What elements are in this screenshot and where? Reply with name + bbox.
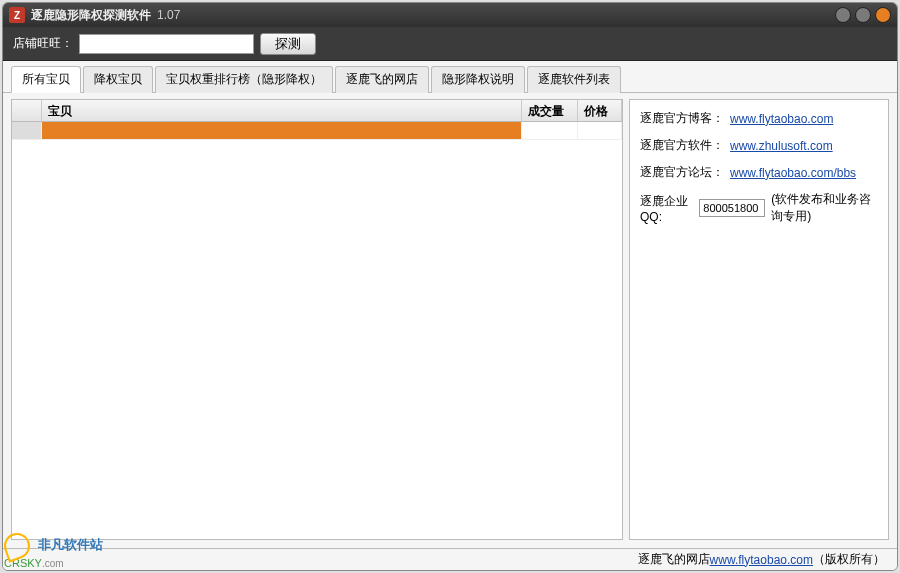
info-blog-label: 逐鹿官方博客： — [640, 110, 724, 127]
info-blog-row: 逐鹿官方博客： www.flytaobao.com — [640, 110, 878, 127]
tab-demoted-items[interactable]: 降权宝贝 — [83, 66, 153, 93]
maximize-button[interactable] — [855, 7, 871, 23]
info-panel: 逐鹿官方博客： www.flytaobao.com 逐鹿官方软件： www.zh… — [629, 99, 889, 540]
footer-link[interactable]: www.flytaobao.com — [710, 553, 813, 567]
grid-col-selector[interactable] — [12, 100, 42, 121]
grid-body[interactable] — [12, 122, 622, 539]
tab-explanation[interactable]: 隐形降权说明 — [431, 66, 525, 93]
status-bar: 逐鹿飞的网店 www.flytaobao.com （版权所有） — [3, 548, 897, 570]
detect-button[interactable]: 探测 — [260, 33, 316, 55]
row-volume-cell[interactable] — [522, 122, 578, 139]
footer-text-suffix: （版权所有） — [813, 551, 885, 568]
footer-text-prefix: 逐鹿飞的网店 — [638, 551, 710, 568]
info-forum-label: 逐鹿官方论坛： — [640, 164, 724, 181]
app-icon: Z — [9, 7, 25, 23]
tab-bar: 所有宝贝 降权宝贝 宝贝权重排行榜（隐形降权） 逐鹿飞的网店 隐形降权说明 逐鹿… — [3, 61, 897, 93]
info-blog-link[interactable]: www.flytaobao.com — [730, 112, 833, 126]
close-button[interactable] — [875, 7, 891, 23]
shop-input[interactable] — [79, 34, 254, 54]
toolbar: 店铺旺旺： 探测 — [3, 27, 897, 61]
tab-zhulu-shop[interactable]: 逐鹿飞的网店 — [335, 66, 429, 93]
minimize-button[interactable] — [835, 7, 851, 23]
app-version: 1.07 — [157, 8, 180, 22]
shop-label: 店铺旺旺： — [13, 35, 73, 52]
info-forum-link[interactable]: www.flytaobao.com/bbs — [730, 166, 856, 180]
info-soft-row: 逐鹿官方软件： www.zhulusoft.com — [640, 137, 878, 154]
row-name-cell[interactable] — [42, 122, 522, 139]
app-window: Z 逐鹿隐形降权探测软件 1.07 店铺旺旺： 探测 所有宝贝 降权宝贝 宝贝权… — [2, 2, 898, 571]
info-qq-label: 逐鹿企业QQ: — [640, 193, 693, 224]
tab-software-list[interactable]: 逐鹿软件列表 — [527, 66, 621, 93]
content-area: 宝贝 成交量 价格 逐鹿官方博客： www.flytaobao.com 逐鹿官方… — [3, 93, 897, 548]
info-soft-label: 逐鹿官方软件： — [640, 137, 724, 154]
info-soft-link[interactable]: www.zhulusoft.com — [730, 139, 833, 153]
grid-row-selected[interactable] — [12, 122, 622, 140]
titlebar: Z 逐鹿隐形降权探测软件 1.07 — [3, 3, 897, 27]
info-qq-row: 逐鹿企业QQ: (软件发布和业务咨询专用) — [640, 191, 878, 225]
app-title: 逐鹿隐形降权探测软件 — [31, 7, 151, 24]
items-grid-panel: 宝贝 成交量 价格 — [11, 99, 623, 540]
grid-col-volume[interactable]: 成交量 — [522, 100, 578, 121]
info-qq-note: (软件发布和业务咨询专用) — [771, 191, 878, 225]
info-forum-row: 逐鹿官方论坛： www.flytaobao.com/bbs — [640, 164, 878, 181]
tab-all-items[interactable]: 所有宝贝 — [11, 66, 81, 93]
grid-col-price[interactable]: 价格 — [578, 100, 622, 121]
grid-header: 宝贝 成交量 价格 — [12, 100, 622, 122]
grid-col-name[interactable]: 宝贝 — [42, 100, 522, 121]
tab-weight-rank[interactable]: 宝贝权重排行榜（隐形降权） — [155, 66, 333, 93]
info-qq-input[interactable] — [699, 199, 765, 217]
row-selector-cell[interactable] — [12, 122, 42, 139]
row-price-cell[interactable] — [578, 122, 622, 139]
